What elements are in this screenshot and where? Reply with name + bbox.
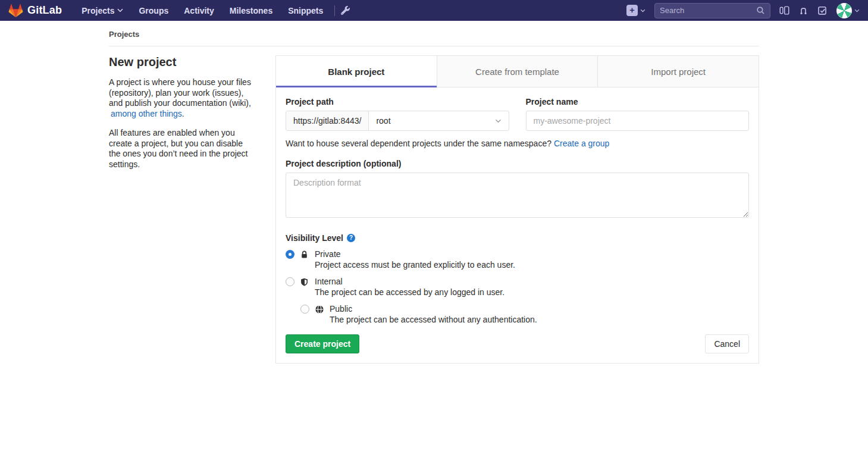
radio-public[interactable] <box>300 305 309 314</box>
intro-column: New project A project is where you house… <box>109 55 256 364</box>
tab-blank-project[interactable]: Blank project <box>276 56 437 87</box>
project-name-field: Project name <box>526 97 750 131</box>
breadcrumb-bar: Projects <box>109 21 759 46</box>
nav-item-groups[interactable]: Groups <box>133 6 174 15</box>
breadcrumb-projects[interactable]: Projects <box>109 30 139 39</box>
merge-request-icon <box>798 5 809 15</box>
nav-item-milestones[interactable]: Milestones <box>224 6 278 15</box>
todo-check-icon <box>817 5 828 15</box>
user-menu-button[interactable] <box>836 3 860 18</box>
gitlab-logo[interactable]: GitLab <box>8 4 62 18</box>
search-box <box>654 3 770 18</box>
radio-internal[interactable] <box>286 277 294 286</box>
visibility-option-internal: Internal The project can be accessed by … <box>286 277 749 298</box>
nav-item-snippets[interactable]: Snippets <box>283 6 328 15</box>
description-textarea[interactable] <box>286 173 749 218</box>
url-prefix: https://gitlab:8443/ <box>286 111 369 130</box>
primary-nav: Projects Groups Activity Milestones Snip… <box>76 6 328 15</box>
page-title: New project <box>109 55 256 69</box>
todos-button[interactable] <box>817 5 828 15</box>
logo-text: GitLab <box>27 4 62 17</box>
avatar <box>836 3 852 18</box>
top-navbar: GitLab Projects Groups Activity Mileston… <box>0 0 868 21</box>
chevron-down-icon <box>117 8 123 12</box>
project-path-field: Project path https://gitlab:8443/ root <box>286 97 509 131</box>
issues-icon <box>779 5 789 15</box>
namespace-hint: Want to house several dependent projects… <box>286 139 749 148</box>
visibility-option-public: Public The project can be accessed witho… <box>286 304 749 325</box>
tab-create-from-template[interactable]: Create from template <box>437 56 598 87</box>
admin-area-button[interactable] <box>341 6 350 15</box>
nav-divider <box>334 5 335 16</box>
chevron-down-icon <box>495 119 502 123</box>
new-menu-button[interactable]: + <box>626 5 645 16</box>
help-icon[interactable]: ? <box>347 234 355 242</box>
plus-icon: + <box>626 5 638 16</box>
wrench-icon <box>341 6 350 15</box>
project-name-label: Project name <box>526 97 750 107</box>
visibility-name: Internal <box>315 277 343 286</box>
visibility-name: Private <box>315 249 341 259</box>
visibility-label: Visibility Level ? <box>286 233 749 243</box>
project-name-input[interactable] <box>526 111 750 131</box>
intro-paragraph-1: A project is where you house your files … <box>109 77 256 119</box>
tab-import-project[interactable]: Import project <box>598 56 759 87</box>
visibility-description: Project access must be granted explicitl… <box>315 260 515 270</box>
chevron-down-icon <box>640 9 645 12</box>
visibility-description: The project can be accessed by any logge… <box>315 287 504 297</box>
lock-icon <box>300 250 309 259</box>
search-icon <box>756 6 765 15</box>
project-type-tabs: Blank project Create from template Impor… <box>276 56 759 87</box>
visibility-description: The project can be accessed without any … <box>330 315 537 324</box>
among-other-things-link[interactable]: among other things <box>111 109 182 118</box>
search-input[interactable] <box>660 6 756 15</box>
cancel-button[interactable]: Cancel <box>705 334 749 353</box>
tanuki-icon <box>8 4 23 18</box>
chevron-down-icon <box>854 9 860 12</box>
project-path-label: Project path <box>286 97 509 107</box>
intro-paragraph-2: All features are enabled when you create… <box>109 128 256 170</box>
create-project-button[interactable]: Create project <box>286 334 359 353</box>
shield-icon <box>300 277 309 287</box>
visibility-name: Public <box>330 304 352 314</box>
new-project-panel: Blank project Create from template Impor… <box>275 55 759 364</box>
globe-icon <box>315 305 324 314</box>
namespace-select[interactable]: root <box>369 111 508 130</box>
nav-item-projects[interactable]: Projects <box>76 6 129 15</box>
merge-requests-button[interactable] <box>798 5 809 15</box>
visibility-option-private: Private Project access must be granted e… <box>286 249 749 270</box>
issues-button[interactable] <box>779 5 789 15</box>
create-group-link[interactable]: Create a group <box>554 139 609 148</box>
namespace-selected-value: root <box>376 116 390 126</box>
radio-private[interactable] <box>286 250 294 259</box>
nav-item-activity[interactable]: Activity <box>178 6 220 15</box>
description-label: Project description (optional) <box>286 159 749 168</box>
